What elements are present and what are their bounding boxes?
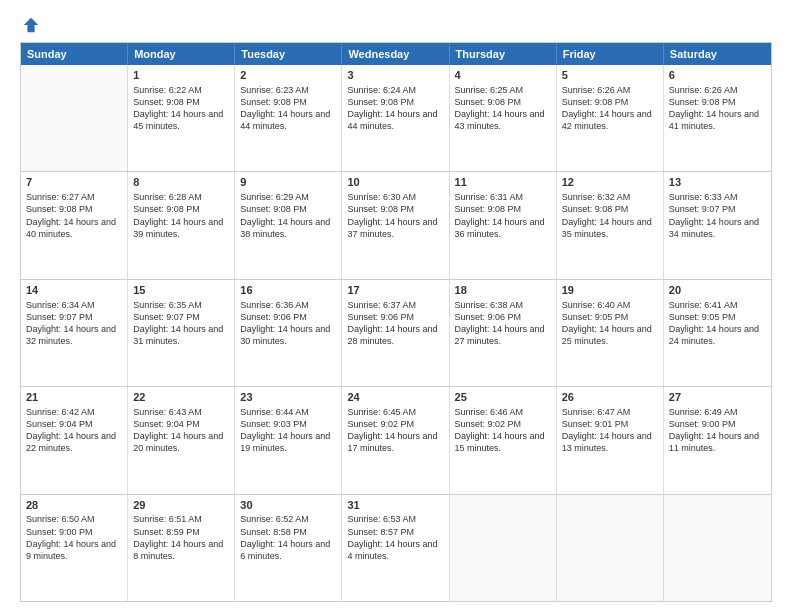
logo [20, 16, 40, 34]
calendar-row: 14Sunrise: 6:34 AMSunset: 9:07 PMDayligh… [21, 279, 771, 386]
cell-info: Sunrise: 6:27 AMSunset: 9:08 PMDaylight:… [26, 192, 116, 238]
day-number: 17 [347, 283, 443, 298]
cell-info: Sunrise: 6:38 AMSunset: 9:06 PMDaylight:… [455, 300, 545, 346]
day-number: 19 [562, 283, 658, 298]
cell-info: Sunrise: 6:40 AMSunset: 9:05 PMDaylight:… [562, 300, 652, 346]
day-number: 13 [669, 175, 766, 190]
cell-info: Sunrise: 6:43 AMSunset: 9:04 PMDaylight:… [133, 407, 223, 453]
calendar-cell: 10Sunrise: 6:30 AMSunset: 9:08 PMDayligh… [342, 172, 449, 278]
svg-marker-0 [24, 18, 38, 32]
calendar-cell: 1Sunrise: 6:22 AMSunset: 9:08 PMDaylight… [128, 65, 235, 171]
cell-info: Sunrise: 6:41 AMSunset: 9:05 PMDaylight:… [669, 300, 759, 346]
calendar-cell: 8Sunrise: 6:28 AMSunset: 9:08 PMDaylight… [128, 172, 235, 278]
day-number: 3 [347, 68, 443, 83]
day-number: 22 [133, 390, 229, 405]
day-number: 18 [455, 283, 551, 298]
calendar-cell: 14Sunrise: 6:34 AMSunset: 9:07 PMDayligh… [21, 280, 128, 386]
header [20, 16, 772, 34]
day-number: 27 [669, 390, 766, 405]
calendar-row: 21Sunrise: 6:42 AMSunset: 9:04 PMDayligh… [21, 386, 771, 493]
weekday-header-tuesday: Tuesday [235, 43, 342, 65]
calendar-cell: 7Sunrise: 6:27 AMSunset: 9:08 PMDaylight… [21, 172, 128, 278]
day-number: 10 [347, 175, 443, 190]
day-number: 11 [455, 175, 551, 190]
cell-info: Sunrise: 6:50 AMSunset: 9:00 PMDaylight:… [26, 514, 116, 560]
cell-info: Sunrise: 6:42 AMSunset: 9:04 PMDaylight:… [26, 407, 116, 453]
calendar-cell [450, 495, 557, 601]
calendar-cell: 5Sunrise: 6:26 AMSunset: 9:08 PMDaylight… [557, 65, 664, 171]
calendar-cell: 25Sunrise: 6:46 AMSunset: 9:02 PMDayligh… [450, 387, 557, 493]
day-number: 9 [240, 175, 336, 190]
weekday-header-saturday: Saturday [664, 43, 771, 65]
cell-info: Sunrise: 6:24 AMSunset: 9:08 PMDaylight:… [347, 85, 437, 131]
calendar-cell: 23Sunrise: 6:44 AMSunset: 9:03 PMDayligh… [235, 387, 342, 493]
day-number: 29 [133, 498, 229, 513]
day-number: 12 [562, 175, 658, 190]
day-number: 7 [26, 175, 122, 190]
cell-info: Sunrise: 6:28 AMSunset: 9:08 PMDaylight:… [133, 192, 223, 238]
calendar-cell: 21Sunrise: 6:42 AMSunset: 9:04 PMDayligh… [21, 387, 128, 493]
cell-info: Sunrise: 6:23 AMSunset: 9:08 PMDaylight:… [240, 85, 330, 131]
cell-info: Sunrise: 6:25 AMSunset: 9:08 PMDaylight:… [455, 85, 545, 131]
cell-info: Sunrise: 6:49 AMSunset: 9:00 PMDaylight:… [669, 407, 759, 453]
calendar-cell: 13Sunrise: 6:33 AMSunset: 9:07 PMDayligh… [664, 172, 771, 278]
calendar-cell [21, 65, 128, 171]
calendar-cell: 29Sunrise: 6:51 AMSunset: 8:59 PMDayligh… [128, 495, 235, 601]
cell-info: Sunrise: 6:26 AMSunset: 9:08 PMDaylight:… [669, 85, 759, 131]
page: SundayMondayTuesdayWednesdayThursdayFrid… [0, 0, 792, 612]
cell-info: Sunrise: 6:52 AMSunset: 8:58 PMDaylight:… [240, 514, 330, 560]
calendar-cell: 26Sunrise: 6:47 AMSunset: 9:01 PMDayligh… [557, 387, 664, 493]
day-number: 23 [240, 390, 336, 405]
calendar-row: 28Sunrise: 6:50 AMSunset: 9:00 PMDayligh… [21, 494, 771, 601]
calendar-cell: 12Sunrise: 6:32 AMSunset: 9:08 PMDayligh… [557, 172, 664, 278]
cell-info: Sunrise: 6:22 AMSunset: 9:08 PMDaylight:… [133, 85, 223, 131]
day-number: 5 [562, 68, 658, 83]
calendar-cell: 11Sunrise: 6:31 AMSunset: 9:08 PMDayligh… [450, 172, 557, 278]
calendar-cell: 22Sunrise: 6:43 AMSunset: 9:04 PMDayligh… [128, 387, 235, 493]
cell-info: Sunrise: 6:53 AMSunset: 8:57 PMDaylight:… [347, 514, 437, 560]
calendar-body: 1Sunrise: 6:22 AMSunset: 9:08 PMDaylight… [21, 65, 771, 601]
cell-info: Sunrise: 6:46 AMSunset: 9:02 PMDaylight:… [455, 407, 545, 453]
calendar: SundayMondayTuesdayWednesdayThursdayFrid… [20, 42, 772, 602]
cell-info: Sunrise: 6:44 AMSunset: 9:03 PMDaylight:… [240, 407, 330, 453]
calendar-cell: 19Sunrise: 6:40 AMSunset: 9:05 PMDayligh… [557, 280, 664, 386]
weekday-header-wednesday: Wednesday [342, 43, 449, 65]
calendar-cell: 15Sunrise: 6:35 AMSunset: 9:07 PMDayligh… [128, 280, 235, 386]
cell-info: Sunrise: 6:30 AMSunset: 9:08 PMDaylight:… [347, 192, 437, 238]
cell-info: Sunrise: 6:35 AMSunset: 9:07 PMDaylight:… [133, 300, 223, 346]
cell-info: Sunrise: 6:45 AMSunset: 9:02 PMDaylight:… [347, 407, 437, 453]
calendar-cell: 30Sunrise: 6:52 AMSunset: 8:58 PMDayligh… [235, 495, 342, 601]
day-number: 21 [26, 390, 122, 405]
cell-info: Sunrise: 6:33 AMSunset: 9:07 PMDaylight:… [669, 192, 759, 238]
cell-info: Sunrise: 6:32 AMSunset: 9:08 PMDaylight:… [562, 192, 652, 238]
calendar-cell: 17Sunrise: 6:37 AMSunset: 9:06 PMDayligh… [342, 280, 449, 386]
cell-info: Sunrise: 6:34 AMSunset: 9:07 PMDaylight:… [26, 300, 116, 346]
day-number: 31 [347, 498, 443, 513]
day-number: 16 [240, 283, 336, 298]
day-number: 6 [669, 68, 766, 83]
cell-info: Sunrise: 6:51 AMSunset: 8:59 PMDaylight:… [133, 514, 223, 560]
calendar-cell: 28Sunrise: 6:50 AMSunset: 9:00 PMDayligh… [21, 495, 128, 601]
calendar-header: SundayMondayTuesdayWednesdayThursdayFrid… [21, 43, 771, 65]
day-number: 15 [133, 283, 229, 298]
logo-icon [22, 16, 40, 34]
calendar-cell: 31Sunrise: 6:53 AMSunset: 8:57 PMDayligh… [342, 495, 449, 601]
calendar-cell [557, 495, 664, 601]
day-number: 28 [26, 498, 122, 513]
calendar-cell: 27Sunrise: 6:49 AMSunset: 9:00 PMDayligh… [664, 387, 771, 493]
day-number: 24 [347, 390, 443, 405]
cell-info: Sunrise: 6:37 AMSunset: 9:06 PMDaylight:… [347, 300, 437, 346]
weekday-header-monday: Monday [128, 43, 235, 65]
calendar-cell: 24Sunrise: 6:45 AMSunset: 9:02 PMDayligh… [342, 387, 449, 493]
day-number: 26 [562, 390, 658, 405]
calendar-cell: 2Sunrise: 6:23 AMSunset: 9:08 PMDaylight… [235, 65, 342, 171]
calendar-cell: 3Sunrise: 6:24 AMSunset: 9:08 PMDaylight… [342, 65, 449, 171]
calendar-cell: 9Sunrise: 6:29 AMSunset: 9:08 PMDaylight… [235, 172, 342, 278]
day-number: 14 [26, 283, 122, 298]
day-number: 25 [455, 390, 551, 405]
weekday-header-friday: Friday [557, 43, 664, 65]
day-number: 1 [133, 68, 229, 83]
calendar-cell [664, 495, 771, 601]
cell-info: Sunrise: 6:26 AMSunset: 9:08 PMDaylight:… [562, 85, 652, 131]
cell-info: Sunrise: 6:36 AMSunset: 9:06 PMDaylight:… [240, 300, 330, 346]
